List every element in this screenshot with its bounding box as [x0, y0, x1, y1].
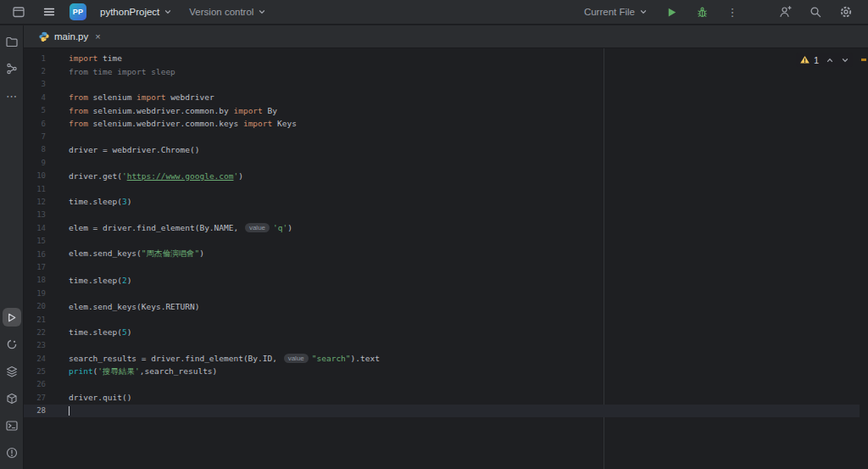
line-number[interactable]: 27 [24, 394, 46, 402]
code-token: webdriver [165, 92, 214, 102]
code-with-me-button[interactable] [775, 2, 795, 22]
code-line[interactable]: 12time.sleep(3) [24, 195, 860, 208]
run-configuration-selector[interactable]: Current File [581, 2, 651, 22]
line-number[interactable]: 23 [24, 341, 46, 349]
services-tool-button[interactable] [3, 362, 21, 381]
debug-button[interactable] [692, 2, 712, 22]
line-number[interactable]: 6 [24, 120, 46, 128]
prev-problem-button[interactable] [826, 56, 834, 64]
code-line[interactable]: 8driver = webdriver.Chrome() [24, 143, 860, 156]
line-number[interactable]: 24 [24, 355, 46, 363]
next-problem-button[interactable] [841, 56, 849, 64]
project-selector[interactable]: pythonProject [97, 2, 175, 22]
python-console-tool-button[interactable] [3, 335, 21, 354]
line-number[interactable]: 1 [24, 54, 46, 63]
line-number[interactable]: 28 [24, 406, 46, 415]
code-line[interactable]: 7 [24, 130, 860, 142]
run-button[interactable] [661, 2, 682, 22]
line-number[interactable]: 5 [24, 106, 46, 114]
code-token: ) [127, 197, 132, 206]
line-number[interactable]: 7 [24, 132, 46, 141]
services-layers-icon [5, 365, 19, 378]
code-line[interactable]: 25print('搜尋結果',search_results) [24, 365, 860, 377]
code-token: time [97, 53, 122, 63]
code-line[interactable]: 9 [24, 156, 860, 169]
code-line[interactable]: 11 [24, 182, 860, 195]
code-token: ,search_results) [140, 366, 218, 376]
project-tool-button[interactable] [3, 32, 21, 51]
code-line[interactable]: 22time.sleep(5) [24, 326, 860, 338]
code-line[interactable]: 10driver.get('https://www.google.com') [24, 170, 860, 182]
search-everywhere-button[interactable] [805, 2, 826, 22]
structure-tool-button[interactable] [3, 59, 21, 78]
line-number[interactable]: 19 [24, 289, 46, 298]
line-number[interactable]: 15 [24, 237, 46, 245]
left-tool-stripe: ⋯ [0, 25, 24, 469]
line-number[interactable]: 22 [24, 328, 46, 337]
code-line[interactable]: 4from selenium import webdriver [24, 91, 860, 103]
code-line[interactable]: 23 [24, 339, 860, 352]
code-line[interactable]: 18time.sleep(2) [24, 274, 860, 287]
close-tab-icon[interactable]: × [95, 31, 100, 42]
code-line[interactable]: 19 [24, 287, 860, 299]
app-window-button[interactable] [8, 2, 29, 22]
code-token: ) [238, 171, 243, 181]
code-line[interactable]: 14elem = driver.find_element(By.NAME, va… [24, 221, 860, 234]
line-number[interactable]: 18 [24, 276, 46, 284]
more-actions-button[interactable]: ⋮ [722, 2, 743, 22]
code-line[interactable]: 3 [24, 78, 860, 91]
code-token: "search" [312, 354, 351, 363]
editor-scrollbar[interactable] [860, 48, 868, 469]
code-line[interactable]: 20elem.send_keys(Keys.RETURN) [24, 299, 860, 312]
line-number[interactable]: 14 [24, 224, 46, 232]
code-line[interactable]: 1import time [24, 52, 860, 64]
search-icon [809, 5, 822, 19]
line-number[interactable]: 8 [24, 145, 46, 154]
code-line[interactable]: 27driver.quit() [24, 391, 860, 404]
run-tool-button[interactable] [3, 308, 21, 327]
line-number[interactable]: 26 [24, 380, 46, 388]
line-number[interactable]: 13 [24, 210, 46, 219]
settings-button[interactable] [836, 2, 856, 22]
editor[interactable]: 1import time2from time import sleep34fro… [24, 48, 868, 469]
caret [69, 406, 70, 416]
line-number[interactable]: 21 [24, 315, 46, 324]
line-number[interactable]: 16 [24, 250, 46, 259]
code-line[interactable]: 24search_results = driver.find_element(B… [24, 352, 860, 365]
line-number[interactable]: 2 [24, 67, 46, 75]
python-packages-tool-button[interactable] [3, 389, 21, 408]
code-line[interactable]: 15 [24, 234, 860, 247]
code-line[interactable]: 26 [24, 378, 860, 391]
code-line[interactable]: 5from selenium.webdriver.common.by impor… [24, 104, 860, 117]
terminal-tool-button[interactable] [3, 416, 21, 435]
line-number[interactable]: 3 [24, 80, 46, 88]
vcs-label: Version control [189, 7, 253, 17]
line-number[interactable]: 9 [24, 159, 46, 167]
code-line[interactable]: 6from selenium.webdriver.common.keys imp… [24, 117, 860, 130]
code-token: ) [287, 223, 292, 232]
code-line[interactable]: 16elem.send_keys("周杰倫演唱會") [24, 248, 860, 260]
tab-main-py[interactable]: main.py × [31, 25, 109, 47]
line-number[interactable]: 20 [24, 302, 46, 310]
main-menu-button[interactable] [39, 2, 59, 22]
line-number[interactable]: 11 [24, 185, 46, 193]
code-token: elem.send_keys(Keys.RETURN) [69, 302, 199, 311]
code-line[interactable]: 2from time import sleep [24, 64, 860, 77]
line-number[interactable]: 4 [24, 93, 46, 102]
line-number[interactable]: 17 [24, 263, 46, 271]
problems-tool-button[interactable] [3, 444, 21, 462]
line-number[interactable]: 12 [24, 198, 46, 206]
more-tool-windows-button[interactable]: ⋯ [3, 87, 21, 105]
chevron-down-icon [639, 8, 648, 16]
line-number[interactable]: 10 [24, 171, 46, 180]
code-line[interactable]: 17 [24, 260, 860, 273]
code-line[interactable]: 13 [24, 209, 860, 221]
python-console-icon [5, 338, 19, 351]
code-token: driver.get( [69, 171, 122, 181]
folder-icon [5, 35, 19, 48]
line-number[interactable]: 25 [24, 367, 46, 376]
code-line[interactable]: 21 [24, 313, 860, 326]
warning-indicator[interactable]: 1 [799, 54, 819, 65]
vcs-widget[interactable]: Version control [186, 2, 270, 22]
code-line[interactable]: 28 [24, 405, 860, 417]
